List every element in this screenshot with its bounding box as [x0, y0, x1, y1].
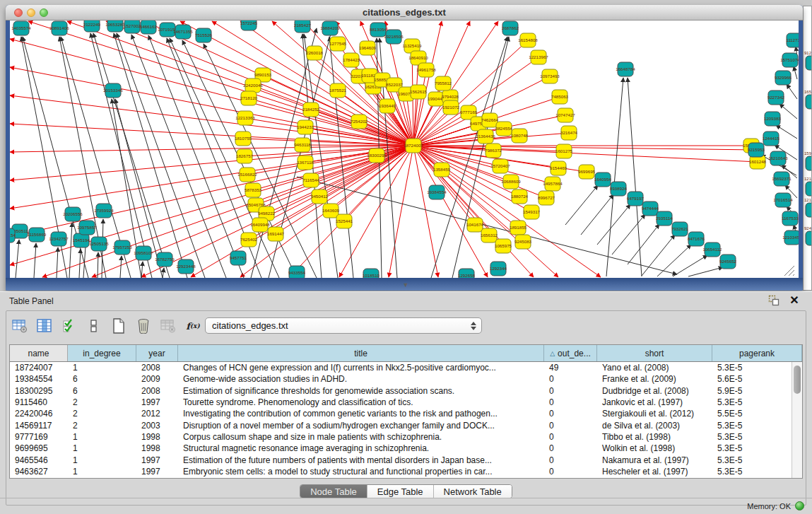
citation-edge[interactable]	[163, 268, 164, 278]
column-header-out-degree[interactable]: △out_de...	[544, 345, 597, 361]
table-cell-short: Nakamura et al. (1997)	[597, 455, 712, 465]
table-cell-out_degree: 49	[544, 363, 597, 373]
close-panel-icon[interactable]: ✕	[788, 293, 801, 308]
citation-edge[interactable]	[779, 104, 797, 119]
citation-edge[interactable]	[120, 256, 122, 278]
citation-edge[interactable]	[628, 78, 642, 276]
graph-node-label: 15720407	[490, 163, 510, 168]
table-cell-in_degree: 6	[68, 386, 136, 396]
table-row[interactable]: 946362711997Embryonic stem cells: a mode…	[10, 466, 792, 477]
graph-node-label: 12923448	[176, 264, 196, 269]
float-panel-icon[interactable]	[768, 295, 781, 308]
table-combo[interactable]: citations_edges.txt	[205, 317, 482, 334]
table-row[interactable]: 1456911722003Disruption of a novel membe…	[10, 419, 792, 431]
delete-table-button-disabled[interactable]	[159, 317, 177, 335]
sort-ascending-icon: △	[550, 350, 555, 357]
table-cell-year: 1997	[136, 455, 178, 465]
table-row[interactable]: 2242004622012Investigating the contribut…	[10, 408, 792, 419]
citation-edge[interactable]	[688, 267, 723, 276]
table-row[interactable]: 977716911998Corpus callosum shape and si…	[10, 431, 792, 443]
column-header-pagerank[interactable]: pagerank	[712, 345, 802, 361]
network-view-canvas[interactable]: 1872400798901532242004627181201221336318…	[10, 21, 799, 278]
table-cell-year: 2009	[136, 374, 178, 384]
table-row[interactable]: 1938455462009Genome-wide association stu…	[10, 373, 792, 385]
citation-edge[interactable]	[57, 247, 58, 278]
table-tab-group: Node Table Edge Table Network Table	[300, 484, 512, 498]
column-header-year[interactable]: year	[136, 345, 178, 361]
function-builder-button[interactable]: f(x)	[184, 317, 202, 335]
table-panel-body: f(x) citations_edges.txt name in_degree …	[6, 310, 806, 506]
graph-node-label: 11156869	[28, 232, 47, 237]
graph-node-label: 9777169	[460, 110, 478, 115]
table-row[interactable]: 946554611997Estimation of the future num…	[10, 454, 792, 465]
selected-citation-edge[interactable]	[243, 139, 413, 146]
table-cell-title: Tourette syndrome. Phenomenology and cla…	[178, 397, 544, 407]
graph-node-label: 7254202	[351, 119, 368, 124]
graph-node-label: 10973493	[540, 74, 560, 78]
graph-node-label: 1921072	[442, 105, 460, 110]
column-visibility-button[interactable]	[35, 317, 54, 335]
network-window-titlebar[interactable]: citations_edges.txt	[6, 5, 803, 21]
citation-edge[interactable]	[565, 185, 598, 225]
table-row[interactable]: 1830029562008Estimation of significance …	[10, 385, 792, 397]
table-cell-year: 2003	[136, 421, 178, 431]
table-settings-button[interactable]	[11, 317, 29, 335]
table-cell-short: Franke et al. (2009)	[597, 374, 712, 384]
column-header-in-degree[interactable]: in_degree	[68, 345, 136, 361]
network-window-title: citations_edges.txt	[6, 7, 803, 18]
graph-node-label: 1065975	[495, 243, 512, 248]
table-row[interactable]: 911546021997Tourette syndrome. Phenomeno…	[10, 397, 792, 408]
create-column-button[interactable]	[110, 317, 128, 335]
table-vertical-scrollbar[interactable]	[792, 362, 802, 478]
tab-node-table[interactable]: Node Table	[300, 485, 367, 498]
view-resize-grip[interactable]	[784, 266, 794, 276]
column-header-name[interactable]: name	[10, 345, 68, 361]
tab-edge-table[interactable]: Edge Table	[367, 485, 434, 498]
table-cell-name: 9699695	[10, 443, 68, 453]
graph-node-label: 9319154	[10, 233, 16, 238]
graph-node-label: 2260018	[306, 50, 324, 55]
citation-network-graph[interactable]: 1872400798901532242004627181201221336318…	[10, 21, 799, 278]
citation-edge[interactable]	[16, 240, 19, 278]
background-graph-node-label: 1210345	[804, 198, 812, 202]
graph-node-label: 8471676	[688, 236, 705, 241]
citation-edge[interactable]	[98, 252, 98, 278]
desktop: 9127345165422115953121210334121034592451…	[0, 0, 812, 514]
graph-node-label: 1545194	[73, 238, 90, 243]
clear-selection-button[interactable]	[85, 317, 103, 335]
citation-edge[interactable]	[657, 245, 691, 276]
citation-edge[interactable]	[69, 223, 72, 278]
citation-edge[interactable]	[148, 35, 244, 278]
graph-node-label: 14035574	[11, 25, 31, 30]
table-cell-year: 1997	[136, 467, 178, 477]
citation-edge[interactable]	[787, 84, 797, 99]
selected-citation-edge[interactable]	[10, 146, 413, 265]
graph-node-label: 10747427	[555, 112, 575, 117]
column-header-short[interactable]: short	[597, 345, 712, 361]
graph-node-label: 8522037	[386, 82, 404, 87]
delete-column-button[interactable]	[134, 317, 153, 335]
memory-status-label: Memory: OK	[747, 502, 791, 510]
graph-node-label: 1525441	[336, 218, 353, 223]
memory-status-indicator[interactable]	[795, 501, 804, 510]
citation-edge[interactable]	[34, 243, 36, 278]
selected-citation-edge[interactable]	[413, 146, 488, 277]
splitter-handle[interactable]: ▼	[400, 280, 411, 290]
graph-node-label: 1572245	[240, 21, 258, 25]
tab-network-table[interactable]: Network Table	[434, 485, 512, 498]
table-cell-short: Stergiakouli et al. (2012)	[597, 409, 712, 419]
background-graph-node	[806, 56, 812, 70]
graph-node-label: 9245652	[719, 259, 737, 264]
table-row[interactable]: 1872400712008Changes of HCN gene express…	[10, 362, 792, 373]
citation-edge[interactable]	[673, 255, 707, 276]
citation-edge[interactable]	[141, 262, 143, 278]
select-all-checks-button[interactable]	[60, 317, 78, 335]
scrollbar-thumb[interactable]	[794, 366, 801, 394]
table-row[interactable]: 969969511998Structural magnetic resonanc…	[10, 443, 792, 454]
graph-node-label: 1640954	[594, 177, 612, 182]
table-cell-short: Jankovic et al. (1997)	[597, 397, 712, 407]
table-cell-year: 1997	[136, 397, 178, 407]
column-header-title[interactable]: title	[178, 345, 544, 361]
citation-edge[interactable]	[794, 66, 797, 79]
table-cell-pagerank: 5.3E-5	[712, 421, 792, 431]
